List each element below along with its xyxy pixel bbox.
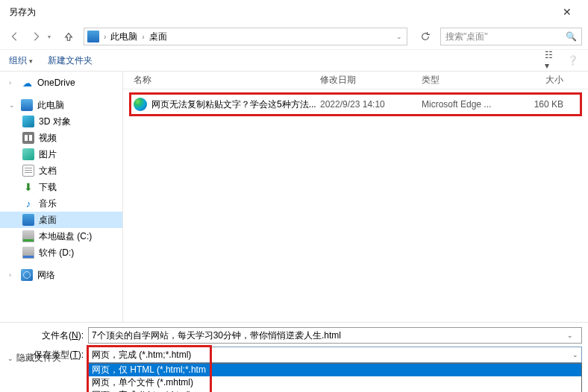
file-name: 网页无法复制粘贴文字？学会这5种方法...	[151, 98, 320, 111]
sidebar-item-label: 文档	[39, 165, 57, 177]
sidebar-item-label: 桌面	[39, 214, 57, 227]
sidebar-item-pictures[interactable]: 图片	[0, 146, 122, 162]
file-size: 160 KB	[511, 99, 563, 110]
file-row[interactable]: 网页无法复制粘贴文字？学会这5种方法... 2022/9/23 14:10 Mi…	[134, 95, 578, 114]
file-date: 2022/9/23 14:10	[320, 99, 422, 110]
filetype-option[interactable]: 网页，完成 (*.htm;*.html)	[89, 389, 581, 392]
close-button[interactable]: ✕	[552, 6, 582, 18]
column-header-name[interactable]: 名称	[134, 74, 320, 86]
hide-folders-toggle[interactable]: ⌄ 隐藏文件夹	[7, 352, 61, 364]
file-list[interactable]: 名称 修改日期 类型 大小 网页无法复制粘贴文字？学会这5种方法... 2022…	[123, 72, 588, 322]
sidebar-item-label: 图片	[39, 148, 57, 161]
pc-icon	[21, 99, 33, 111]
chevron-icon: ⌄	[7, 355, 13, 362]
window-title: 另存为	[6, 6, 552, 19]
sidebar-item-desktop[interactable]: 桌面	[0, 212, 122, 228]
sidebar-item-disk-c[interactable]: 本地磁盘 (C:)	[0, 228, 122, 244]
hide-folders-label: 隐藏文件夹	[16, 352, 61, 364]
sidebar-item-onedrive[interactable]: ›☁OneDrive	[0, 75, 122, 91]
address-bar[interactable]: › 此电脑 › 桌面 ⌄	[84, 28, 407, 45]
sidebar-item-network[interactable]: ›网络	[0, 267, 122, 283]
filetype-dropdown[interactable]: 网页，仅 HTML (*.html;*.htm 网页，单个文件 (*.mhtml…	[88, 363, 582, 392]
breadcrumb-pc[interactable]: 此电脑	[110, 31, 137, 43]
forward-button[interactable]	[27, 28, 45, 45]
music-icon: ♪	[22, 197, 34, 209]
filetype-selected: 网页，完成 (*.htm;*.html)	[92, 349, 191, 361]
download-icon: ⬇	[22, 181, 34, 193]
sidebar-item-this-pc[interactable]: ⌄此电脑	[0, 97, 122, 113]
search-input[interactable]: 搜索"桌面" 🔍	[440, 28, 582, 45]
cloud-icon: ☁	[21, 77, 33, 89]
refresh-button[interactable]	[416, 28, 434, 45]
sidebar-item-videos[interactable]: 视频	[0, 130, 122, 146]
filetype-combobox[interactable]: 网页，完成 (*.htm;*.html) ⌄	[88, 347, 582, 363]
disk-icon	[22, 230, 34, 242]
network-icon	[21, 269, 33, 281]
sidebar-item-documents[interactable]: 文档	[0, 162, 122, 179]
chevron-right-icon: ›	[140, 33, 146, 41]
organize-menu[interactable]: 组织	[9, 54, 33, 67]
sidebar-item-label: 视频	[39, 132, 57, 145]
video-icon	[22, 132, 34, 144]
edge-icon	[134, 98, 147, 111]
document-icon	[22, 165, 34, 177]
pc-icon	[87, 31, 99, 42]
desktop-icon	[22, 214, 34, 226]
cube-icon	[22, 116, 34, 127]
sidebar-item-label: 网络	[37, 269, 55, 282]
navigation-tree[interactable]: ›☁OneDrive ⌄此电脑 3D 对象 视频 图片 文档 ⬇下载 ♪音乐 桌…	[0, 72, 123, 322]
chevron-right-icon: ›	[102, 33, 107, 41]
address-dropdown-icon[interactable]: ⌄	[395, 33, 404, 40]
sidebar-item-label: OneDrive	[37, 78, 75, 88]
sidebar-item-label: 下载	[39, 181, 57, 194]
file-type: Microsoft Edge ...	[422, 99, 511, 110]
column-header-size[interactable]: 大小	[511, 74, 563, 86]
filename-label: 文件名(N):	[6, 329, 88, 342]
view-options-button[interactable]: ☷ ▾	[545, 54, 558, 67]
help-button[interactable]: ❔	[566, 54, 579, 67]
sidebar-item-label: 此电脑	[37, 99, 64, 112]
sidebar-item-3d[interactable]: 3D 对象	[0, 113, 122, 130]
filename-dropdown-icon[interactable]: ⌄	[567, 332, 573, 339]
search-placeholder: 搜索"桌面"	[445, 31, 566, 43]
sidebar-item-music[interactable]: ♪音乐	[0, 195, 122, 212]
filetype-option[interactable]: 网页，单个文件 (*.mhtml)	[89, 376, 581, 389]
search-icon: 🔍	[566, 31, 577, 42]
sidebar-item-downloads[interactable]: ⬇下载	[0, 179, 122, 195]
sidebar-item-disk-d[interactable]: 软件 (D:)	[0, 244, 122, 261]
column-header-date[interactable]: 修改日期	[320, 74, 422, 86]
sidebar-item-label: 3D 对象	[39, 116, 71, 128]
sidebar-item-label: 本地磁盘 (C:)	[39, 230, 92, 243]
back-button[interactable]	[6, 28, 24, 45]
chevron-down-icon: ⌄	[572, 351, 578, 358]
column-header-type[interactable]: 类型	[422, 74, 511, 86]
new-folder-button[interactable]: 新建文件夹	[48, 54, 93, 67]
picture-icon	[22, 148, 34, 160]
sidebar-item-label: 软件 (D:)	[39, 247, 74, 259]
filetype-option[interactable]: 网页，仅 HTML (*.html;*.htm	[89, 364, 581, 376]
sidebar-item-label: 音乐	[39, 197, 57, 210]
filename-input[interactable]	[88, 327, 582, 344]
disk-icon	[22, 247, 34, 259]
history-dropdown[interactable]: ▾	[48, 34, 57, 40]
breadcrumb-desktop[interactable]: 桌面	[149, 31, 167, 43]
up-button[interactable]	[60, 28, 78, 45]
